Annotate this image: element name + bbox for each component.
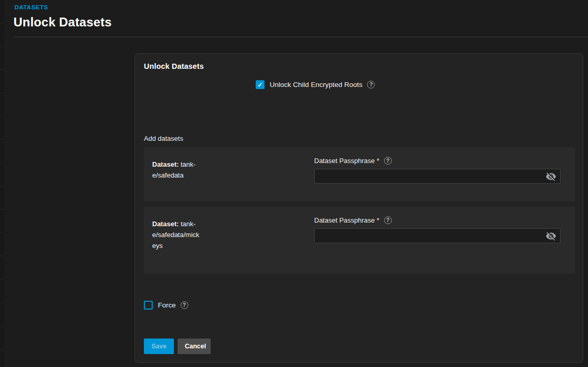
passphrase-label: Dataset Passphrase * xyxy=(314,157,379,165)
dataset-row: Dataset: tank-e/safedata Dataset Passphr… xyxy=(144,147,575,201)
help-icon[interactable]: ? xyxy=(367,81,375,89)
collapsed-sidebar-rail[interactable] xyxy=(0,0,4,367)
header-divider-gap xyxy=(0,37,13,37)
unlock-datasets-form-card: Unlock Datasets ✓ Unlock Child Encrypted… xyxy=(135,53,583,363)
page-title: Unlock Datasets xyxy=(13,15,112,30)
passphrase-field-group: Dataset Passphrase * ? xyxy=(314,216,561,243)
help-icon[interactable]: ? xyxy=(384,216,392,224)
passphrase-input-wrap xyxy=(314,228,561,243)
form-actions: Save Cancel xyxy=(144,339,211,354)
force-row: Force ? xyxy=(144,301,188,310)
visibility-off-icon[interactable] xyxy=(546,230,556,241)
unlock-child-roots-label: Unlock Child Encrypted Roots xyxy=(270,81,362,89)
save-button[interactable]: Save xyxy=(144,339,174,354)
help-icon[interactable]: ? xyxy=(181,301,188,309)
checkmark-icon: ✓ xyxy=(257,81,262,89)
passphrase-label-row: Dataset Passphrase * ? xyxy=(314,157,561,165)
passphrase-input[interactable] xyxy=(314,169,561,184)
cancel-button[interactable]: Cancel xyxy=(178,339,211,354)
page-header: DATASETS Unlock Datasets xyxy=(0,0,588,37)
passphrase-input-wrap xyxy=(314,169,561,184)
dataset-name: Dataset: tank-e/safedata xyxy=(152,159,200,181)
help-icon[interactable]: ? xyxy=(384,157,392,165)
add-datasets-label: Add datasets xyxy=(144,135,183,142)
passphrase-input[interactable] xyxy=(314,228,561,243)
passphrase-label: Dataset Passphrase * xyxy=(314,216,379,224)
form-card-title: Unlock Datasets xyxy=(144,62,204,70)
unlock-child-roots-checkbox[interactable]: ✓ xyxy=(256,80,264,89)
dataset-name-label: Dataset: xyxy=(152,220,179,228)
force-label: Force xyxy=(158,301,176,309)
unlock-child-roots-row: ✓ Unlock Child Encrypted Roots ? xyxy=(256,80,375,89)
breadcrumb-datasets[interactable]: DATASETS xyxy=(14,4,48,10)
passphrase-field-group: Dataset Passphrase * ? xyxy=(314,157,561,184)
dataset-name: Dataset: tank-e/safedata/mickeys xyxy=(152,218,200,251)
dataset-name-label: Dataset: xyxy=(152,160,179,168)
passphrase-label-row: Dataset Passphrase * ? xyxy=(314,216,561,224)
force-checkbox[interactable] xyxy=(144,301,153,310)
dataset-row: Dataset: tank-e/safedata/mickeys Dataset… xyxy=(144,207,575,274)
visibility-off-icon[interactable] xyxy=(546,171,556,182)
